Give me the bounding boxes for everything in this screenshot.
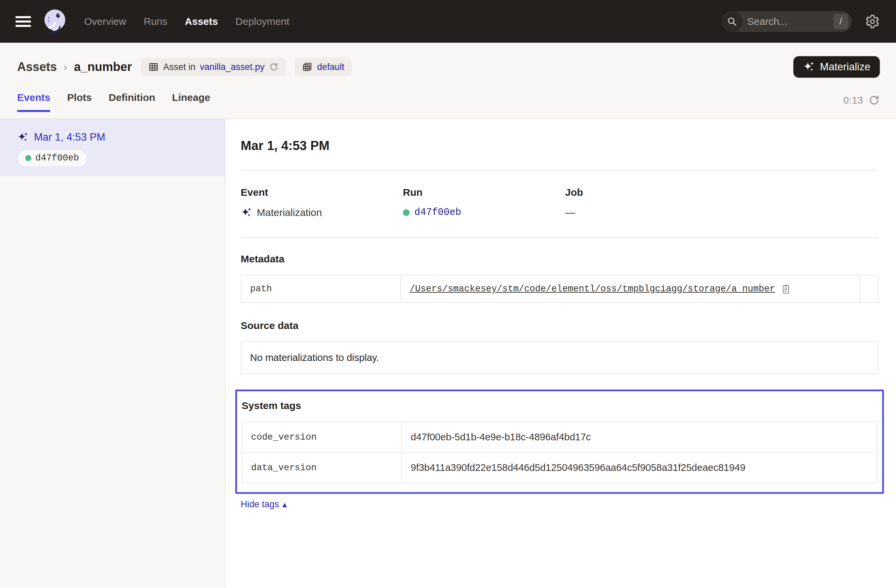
divider <box>241 237 879 238</box>
breadcrumb: Assets › a_number <box>17 60 132 74</box>
sparkle-icon <box>17 132 29 143</box>
event-type-label: Materialization <box>257 207 322 218</box>
event-column-header: Event <box>241 187 403 198</box>
search-input[interactable] <box>742 16 834 27</box>
materialize-button[interactable]: Materialize <box>793 56 880 78</box>
sparkle-icon <box>803 61 815 73</box>
refresh-timer: 0:13 <box>844 94 863 106</box>
page-title: a_number <box>74 60 132 74</box>
table-row: path /Users/smackesey/stm/code/elementl/… <box>241 275 878 303</box>
tab-lineage[interactable]: Lineage <box>172 92 210 112</box>
search-bar[interactable]: / <box>722 11 852 32</box>
run-id-chip[interactable]: d47f00eb <box>18 150 87 166</box>
nav-item-overview[interactable]: Overview <box>84 16 126 27</box>
reload-icon[interactable] <box>269 62 278 71</box>
divider <box>241 170 879 170</box>
tab-plots[interactable]: Plots <box>67 92 91 112</box>
table-spacer-cell <box>859 275 878 303</box>
asset-file-link[interactable]: vanilla_asset.py <box>200 62 265 72</box>
events-sidebar: Mar 1, 4:53 PM d47f00eb <box>0 119 226 587</box>
refresh-icon[interactable] <box>869 94 880 106</box>
system-tags-highlight-box: System tags code_version d47f00eb-5d1b-4… <box>235 389 884 494</box>
source-data-empty-message: No materializations to display. <box>241 342 879 374</box>
tag-key: code_version <box>242 422 402 453</box>
materialize-button-label: Materialize <box>820 61 870 73</box>
event-summary: Event Materialization Run d47f00eb <box>241 187 879 218</box>
path-value-link[interactable]: /Users/smackesey/stm/code/elementl/oss/t… <box>410 284 775 294</box>
caret-up-icon: ▲ <box>282 501 287 508</box>
run-status-dot <box>25 155 31 161</box>
sparkle-icon <box>241 207 252 218</box>
nav-item-runs[interactable]: Runs <box>144 16 167 27</box>
event-detail-panel: Mar 1, 4:53 PM Event Materialization Run <box>226 119 896 587</box>
tab-bar: Events Plots Definition Lineage 0:13 <box>17 92 880 112</box>
metadata-section-title: Metadata <box>241 253 879 265</box>
event-title: Mar 1, 4:53 PM <box>241 138 879 153</box>
tab-definition[interactable]: Definition <box>109 92 155 112</box>
hide-tags-label: Hide tags <box>241 499 279 510</box>
copy-icon[interactable] <box>780 284 791 294</box>
table-row: code_version d47f00eb-5d1b-4e9e-b18c-489… <box>242 422 877 453</box>
dagster-logo[interactable] <box>42 8 68 35</box>
system-tags-section-title: System tags <box>242 400 878 412</box>
asset-group-chip[interactable]: default <box>294 58 352 76</box>
run-status-dot <box>403 209 410 216</box>
run-column-header: Run <box>403 187 565 198</box>
run-id-link[interactable]: d47f00eb <box>414 207 461 218</box>
table-row: data_version 9f3b411a390fd22e158d446d5d1… <box>242 453 877 483</box>
top-nav: Overview Runs Assets Deployment / <box>0 0 896 43</box>
asset-chip-prefix: Asset in <box>163 62 195 72</box>
nav-item-assets[interactable]: Assets <box>185 16 218 27</box>
grid-icon <box>148 62 159 72</box>
metadata-key: path <box>241 275 401 303</box>
source-data-section-title: Source data <box>241 320 879 331</box>
chevron-right-icon: › <box>64 61 67 73</box>
tag-key: data_version <box>242 453 402 483</box>
workspace-icon <box>302 62 313 72</box>
breadcrumb-assets-link[interactable]: Assets <box>17 60 57 74</box>
hamburger-menu-icon[interactable] <box>15 16 31 27</box>
gear-icon[interactable] <box>865 14 880 29</box>
metadata-table: path /Users/smackesey/stm/code/elementl/… <box>241 275 879 303</box>
tag-value: 9f3b411a390fd22e158d446d5d12504963596aa6… <box>411 462 745 473</box>
asset-definition-chip[interactable]: Asset in vanilla_asset.py <box>141 58 286 76</box>
tag-value: d47f00eb-5d1b-4e9e-b18c-4896af4bd17c <box>411 432 591 442</box>
nav-item-deployment[interactable]: Deployment <box>235 16 289 27</box>
event-timestamp-link[interactable]: Mar 1, 4:53 PM <box>34 131 105 143</box>
job-value: — <box>565 207 575 218</box>
search-icon <box>722 11 742 32</box>
run-id-label: d47f00eb <box>35 153 79 163</box>
tab-events[interactable]: Events <box>17 92 50 112</box>
system-tags-table: code_version d47f00eb-5d1b-4e9e-b18c-489… <box>242 421 878 483</box>
event-list-item[interactable]: Mar 1, 4:53 PM d47f00eb <box>0 119 225 176</box>
job-column-header: Job <box>565 187 879 198</box>
group-link[interactable]: default <box>317 62 344 72</box>
page-header: Assets › a_number Asset in vanilla_asset… <box>0 43 896 119</box>
slash-shortcut-key: / <box>834 14 848 29</box>
primary-nav: Overview Runs Assets Deployment <box>84 16 290 27</box>
hide-tags-link[interactable]: Hide tags ▲ <box>241 499 287 510</box>
